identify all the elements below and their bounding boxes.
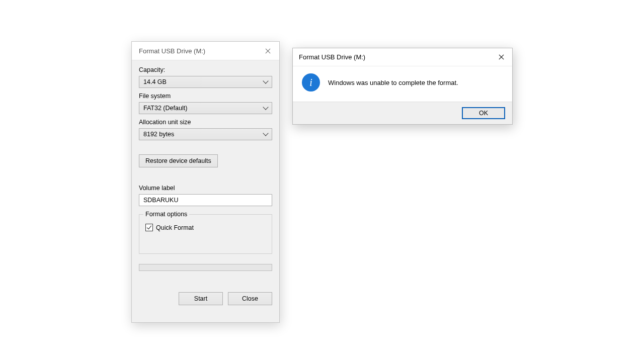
start-button[interactable]: Start xyxy=(179,292,223,305)
start-button-label: Start xyxy=(194,295,207,302)
format-dialog: Format USB Drive (M:) Capacity: 14.4 GB … xyxy=(131,41,280,323)
close-button[interactable] xyxy=(257,42,279,60)
format-bottom-row: Start Close xyxy=(179,292,272,305)
volume-label-input[interactable] xyxy=(139,194,272,206)
error-body: i Windows was unable to complete the for… xyxy=(293,66,512,102)
error-close-button[interactable] xyxy=(490,48,512,66)
format-titlebar: Format USB Drive (M:) xyxy=(132,42,279,60)
format-progress-bar xyxy=(139,264,272,271)
capacity-dropdown[interactable]: 14.4 GB xyxy=(139,76,272,88)
quick-format-label: Quick Format xyxy=(156,224,194,231)
quick-format-row[interactable]: Quick Format xyxy=(145,224,266,231)
quick-format-checkbox[interactable] xyxy=(145,224,153,231)
error-message: Windows was unable to complete the forma… xyxy=(328,79,458,86)
ok-button-label: OK xyxy=(479,110,488,117)
error-titlebar: Format USB Drive (M:) xyxy=(293,48,512,66)
allocation-value: 8192 bytes xyxy=(143,131,174,138)
filesystem-value: FAT32 (Default) xyxy=(143,105,187,112)
format-body: Capacity: 14.4 GB File system FAT32 (Def… xyxy=(132,60,279,278)
close-icon xyxy=(498,54,505,60)
capacity-value: 14.4 GB xyxy=(143,78,167,85)
filesystem-label: File system xyxy=(139,93,272,100)
restore-defaults-button[interactable]: Restore device defaults xyxy=(139,154,218,167)
close-button-label: Close xyxy=(242,295,258,302)
restore-defaults-label: Restore device defaults xyxy=(145,157,211,164)
ok-button[interactable]: OK xyxy=(462,107,505,119)
format-options-legend: Format options xyxy=(143,211,189,218)
chevron-down-icon xyxy=(264,80,268,84)
chevron-down-icon xyxy=(264,133,268,137)
info-icon: i xyxy=(302,73,320,92)
close-button-bottom[interactable]: Close xyxy=(228,292,272,305)
filesystem-dropdown[interactable]: FAT32 (Default) xyxy=(139,102,272,114)
chevron-down-icon xyxy=(264,107,268,111)
capacity-label: Capacity: xyxy=(139,66,272,73)
format-options-group: Format options Quick Format xyxy=(139,214,272,254)
close-icon xyxy=(265,48,271,54)
format-title: Format USB Drive (M:) xyxy=(139,47,257,55)
error-title: Format USB Drive (M:) xyxy=(299,53,490,61)
error-footer: OK xyxy=(293,102,512,124)
allocation-dropdown[interactable]: 8192 bytes xyxy=(139,128,272,140)
allocation-label: Allocation unit size xyxy=(139,119,272,126)
error-dialog: Format USB Drive (M:) i Windows was unab… xyxy=(292,48,513,125)
volume-label-label: Volume label xyxy=(139,185,272,192)
